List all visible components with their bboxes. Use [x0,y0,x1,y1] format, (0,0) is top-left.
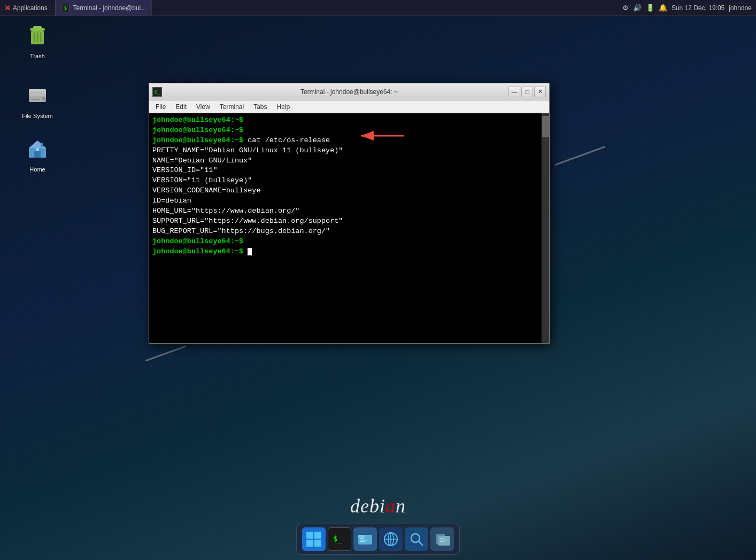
terminal-output-7: HOME_URL="https://www.debian.org/" [152,206,546,216]
trash-icon-img [25,23,50,49]
debian-text-1: debi [350,495,385,517]
trash-label: Trash [28,52,47,60]
deco-line-2 [555,146,606,166]
svg-rect-21 [314,540,321,547]
dock-browser[interactable] [379,527,403,551]
terminal-output-8: SUPPORT_URL="https://www.debian.org/supp… [152,216,546,227]
menu-terminal[interactable]: Terminal [215,102,248,112]
applications-menu[interactable]: ✕ Applications : [0,0,56,15]
svg-rect-18 [306,532,313,539]
terminal-output-1: PRETTY_NAME="Debian GNU/Linux 11 (bullse… [152,146,546,156]
menu-file[interactable]: File [151,102,170,112]
dock-search[interactable] [405,527,428,551]
terminal-window: $_ Terminal - johndoe@bullseye64: ~ — □ … [149,83,550,344]
svg-rect-19 [314,532,321,539]
svg-rect-24 [358,535,365,538]
terminal-menubar: File Edit View Terminal Tabs Help [149,100,549,113]
terminal-title: Terminal - johndoe@bullseye64: ~ [149,88,549,96]
svg-rect-9 [31,99,40,100]
home-icon-desktop[interactable]: Home [16,136,59,174]
tray-icon-volume[interactable]: 🔊 [633,4,642,12]
close-button[interactable]: ✕ [534,87,546,97]
desktop: ✕ Applications : $ Terminal - johndoe@bu… [0,0,756,560]
terminal-task-label: Terminal - johndoe@bul... [73,4,146,12]
svg-rect-25 [360,538,364,539]
maximize-button[interactable]: □ [521,87,533,97]
minimize-button[interactable]: — [508,87,520,97]
terminal-line-active: johndoe@bullseye64:~$ [152,247,546,257]
applications-label: Applications : [13,4,51,12]
terminal-line-2: johndoe@bullseye64:~$ [152,126,546,136]
window-controls: — □ ✕ [508,87,546,97]
dock-taskmanager[interactable] [302,527,326,551]
debian-dot: a [385,495,396,517]
dock-filemanager[interactable] [353,527,377,551]
terminal-cursor [248,248,252,255]
filesystem-icon-img [25,83,50,108]
menu-help[interactable]: Help [273,102,295,112]
terminal-output-6: ID=debian [152,196,546,206]
svg-rect-14 [36,148,39,151]
filesystem-icon-desktop[interactable]: File System [16,83,59,120]
dock-files[interactable] [430,527,454,551]
svg-rect-38 [440,541,444,542]
debian-watermark: debian [350,495,406,517]
terminal-body[interactable]: johndoe@bullseye64:~$ johndoe@bullseye64… [149,113,549,343]
svg-rect-27 [360,541,365,542]
tray-icon-battery[interactable]: 🔋 [646,4,654,12]
svg-rect-10 [29,89,46,91]
svg-rect-1 [33,26,42,29]
red-arrow-annotation [356,129,409,142]
terminal-line-1: johndoe@bullseye64:~$ [152,115,546,126]
terminal-line-3: johndoe@bullseye64:~$ cat /etc/os-releas… [152,136,546,146]
svg-point-32 [411,534,420,542]
terminal-line-4: johndoe@bullseye64:~$ [152,237,546,247]
system-tray: ⚙ 🔊 🔋 🔔 Sun 12 Dec, 19:05 johndoe [618,4,756,12]
terminal-scrollbar-thumb[interactable] [542,116,549,137]
svg-rect-26 [360,540,367,541]
terminal-title-icon: $_ [152,87,162,97]
filesystem-label: File System [20,112,55,120]
svg-point-8 [42,97,45,100]
terminal-output-9: BUG_REPORT_URL="https://bugs.debian.org/… [152,227,546,237]
datetime: Sun 12 Dec, 19:05 [672,4,724,12]
trash-icon-desktop[interactable]: Trash [16,23,59,60]
debian-text-2: n [396,495,406,517]
svg-text:$_: $_ [333,534,342,543]
svg-rect-20 [306,540,313,547]
dock-terminal[interactable]: $_ [328,527,351,551]
terminal-scrollbar[interactable] [542,113,549,343]
home-icon-img [25,136,50,162]
taskbar-bottom: $_ [296,524,460,555]
svg-line-33 [419,541,423,546]
terminal-titlebar: $_ Terminal - johndoe@bullseye64: ~ — □ … [149,83,549,100]
username: johndoe [729,4,752,12]
terminal-output-5: VERSION_CODENAME=bullseye [152,186,546,196]
svg-rect-15 [41,143,43,147]
svg-rect-35 [438,536,450,546]
terminal-task-icon: $ [61,4,70,12]
svg-rect-37 [440,540,448,541]
taskbar-top: ✕ Applications : $ Terminal - johndoe@bu… [0,0,756,16]
menu-edit[interactable]: Edit [171,102,191,112]
terminal-output-2: NAME="Debian GNU/Linux" [152,156,546,166]
menu-view[interactable]: View [192,102,214,112]
terminal-taskitem[interactable]: $ Terminal - johndoe@bul... [56,0,152,15]
tray-icon-network[interactable]: 🔔 [659,4,667,12]
svg-rect-36 [440,538,445,539]
home-label: Home [27,165,47,174]
menu-tabs[interactable]: Tabs [249,102,271,112]
svg-marker-12 [29,141,46,148]
deco-line-1 [145,345,186,361]
tray-icon-settings[interactable]: ⚙ [622,4,629,12]
svg-rect-13 [34,151,41,158]
terminal-output-3: VERSION_ID="11" [152,166,546,176]
terminal-output-4: VERSION="11 (bullseye)" [152,176,546,186]
x-logo: ✕ [4,4,11,12]
